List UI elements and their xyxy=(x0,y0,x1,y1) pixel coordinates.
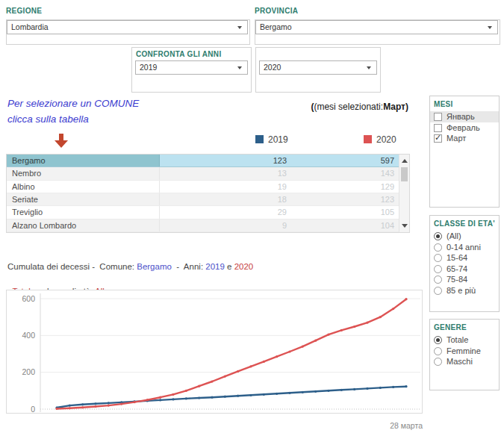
value-2020-cell[interactable]: 123 xyxy=(292,193,399,205)
table-row[interactable]: Albino 19 129 xyxy=(7,181,399,193)
comune-cell[interactable]: Nembro xyxy=(7,167,160,179)
genere-option-femmine[interactable]: Femmine xyxy=(430,346,499,357)
scroll-down-icon[interactable] xyxy=(402,224,408,228)
legend-item-2020[interactable]: 2020 xyxy=(364,134,408,144)
data-point-2019 xyxy=(237,395,239,397)
eta-option-75-84[interactable]: 75-84 xyxy=(430,274,499,285)
checkbox-icon[interactable]: ✓ xyxy=(434,113,442,121)
data-point-2019 xyxy=(108,402,110,404)
table-row[interactable]: Bergamo 123 597 xyxy=(7,155,399,167)
y-tick-label: 600 xyxy=(22,294,35,303)
radio-icon[interactable] xyxy=(434,232,442,240)
table-scrollbar[interactable] xyxy=(399,155,409,232)
classe-eta-panel: CLASSE DI ETA' (All) 0-14 anni 15-64 65-… xyxy=(429,215,500,312)
genere-panel: GENERE Totale Femmine Maschi xyxy=(429,319,500,390)
chevron-down-icon[interactable] xyxy=(488,26,492,29)
value-2019-cell[interactable]: 9 xyxy=(160,219,292,231)
legend-label-2019: 2019 xyxy=(268,134,288,145)
value-2020-cell[interactable]: 104 xyxy=(292,219,399,231)
radio-icon[interactable] xyxy=(434,358,442,366)
radio-icon[interactable] xyxy=(434,287,442,295)
genere-label: Femmine xyxy=(447,346,481,355)
table-row[interactable]: Seriate 18 123 xyxy=(7,193,399,206)
data-point-2019 xyxy=(94,402,96,405)
radio-icon[interactable] xyxy=(434,336,442,344)
data-point-2020 xyxy=(353,326,355,328)
data-point-2019 xyxy=(276,393,278,395)
data-point-2020 xyxy=(224,376,226,378)
value-2020-cell[interactable]: 143 xyxy=(292,167,399,179)
eta-option-0-14[interactable]: 0-14 anni xyxy=(430,242,499,253)
legend-item-2019[interactable]: 2019 xyxy=(255,134,300,144)
dashboard: REGIONE Lombardia PROVINCIA Bergamo CONF… xyxy=(0,0,504,436)
value-2019-cell[interactable]: 19 xyxy=(160,181,292,193)
data-point-2019 xyxy=(405,385,407,387)
eta-option-65-74[interactable]: 65-74 xyxy=(430,264,499,275)
data-point-2020 xyxy=(405,298,407,300)
month-option-february[interactable]: ✓ Февраль xyxy=(430,122,499,134)
genere-option-totale[interactable]: Totale xyxy=(430,334,499,346)
table-rows: Bergamo 123 597 Nembro 13 143 Albino 19 … xyxy=(7,155,399,232)
data-point-2020 xyxy=(172,393,174,396)
legend-swatch-2019[interactable] xyxy=(255,135,264,143)
month-option-march[interactable]: ✓ Март xyxy=(430,133,499,144)
confronta-label: CONFRONTA GLI ANNI xyxy=(136,50,221,58)
series-line-2020 xyxy=(57,299,406,409)
data-point-2020 xyxy=(55,408,57,410)
eta-option-85plus[interactable]: 85 e più xyxy=(430,285,499,296)
data-point-2019 xyxy=(172,398,174,400)
month-option-january[interactable]: ✓ Январь xyxy=(430,111,499,122)
chevron-down-icon[interactable] xyxy=(367,66,371,69)
comune-cell[interactable]: Treviglio xyxy=(7,206,160,218)
anno2-dropdown[interactable]: 2020 xyxy=(259,60,377,75)
provincia-dropdown[interactable]: Bergamo xyxy=(255,20,498,34)
comune-cell[interactable]: Seriate xyxy=(7,193,160,205)
value-2020-cell[interactable]: 105 xyxy=(292,206,399,218)
data-point-2020 xyxy=(249,365,252,367)
chart-canvas: 0200400600 xyxy=(7,290,422,413)
value-2019-cell[interactable]: 123 xyxy=(160,155,292,166)
table-row[interactable]: Treviglio 29 105 xyxy=(7,206,399,219)
eta-option-15-64[interactable]: 15-64 xyxy=(430,252,499,264)
scrollbar-thumb[interactable] xyxy=(401,167,408,181)
genere-title: GENERE xyxy=(434,323,499,331)
value-2020-cell[interactable]: 597 xyxy=(292,155,399,166)
scroll-up-icon[interactable] xyxy=(402,159,408,163)
radio-icon[interactable] xyxy=(434,275,442,284)
regione-dropdown[interactable]: Lombardia xyxy=(7,20,248,34)
radio-icon[interactable] xyxy=(434,265,442,273)
checkbox-icon[interactable]: ✓ xyxy=(434,124,442,132)
value-2019-cell[interactable]: 18 xyxy=(160,193,292,205)
anno1-dropdown[interactable]: 2019 xyxy=(135,60,248,75)
checkbox-icon[interactable]: ✓ xyxy=(434,134,442,143)
y-tick-label: 0 xyxy=(31,405,35,414)
y-tick-label: 200 xyxy=(22,367,35,376)
table-row[interactable]: Alzano Lombardo 9 104 xyxy=(7,219,399,232)
data-point-2019 xyxy=(379,387,382,389)
eta-option-all[interactable]: (All) xyxy=(430,231,499,242)
regione-label: REGIONE xyxy=(6,7,42,15)
value-2019-cell[interactable]: 29 xyxy=(160,206,292,218)
month-label: Февраль xyxy=(447,123,480,132)
chevron-down-icon[interactable] xyxy=(237,26,242,29)
data-point-2020 xyxy=(379,316,382,318)
legend-swatch-2020[interactable] xyxy=(364,135,372,143)
comune-cell[interactable]: Albino xyxy=(7,181,160,193)
eta-label: (All) xyxy=(447,231,461,240)
data-point-2019 xyxy=(224,396,226,398)
value-2020-cell[interactable]: 129 xyxy=(292,181,399,193)
genere-label: Totale xyxy=(447,335,468,344)
radio-icon[interactable] xyxy=(434,243,442,252)
radio-icon[interactable] xyxy=(434,347,442,355)
chevron-down-icon[interactable] xyxy=(237,66,242,69)
data-point-2020 xyxy=(94,405,96,408)
value-2019-cell[interactable]: 13 xyxy=(160,167,292,179)
genere-option-maschi[interactable]: Maschi xyxy=(430,356,499,367)
anno1-value: 2019 xyxy=(140,63,157,72)
table-row[interactable]: Nembro 13 143 xyxy=(7,167,399,180)
radio-icon[interactable] xyxy=(434,254,442,262)
comune-cell[interactable]: Alzano Lombardo xyxy=(7,219,160,231)
comune-cell[interactable]: Bergamo xyxy=(7,155,160,166)
data-point-2020 xyxy=(276,355,278,358)
note-month: Март xyxy=(383,102,405,112)
